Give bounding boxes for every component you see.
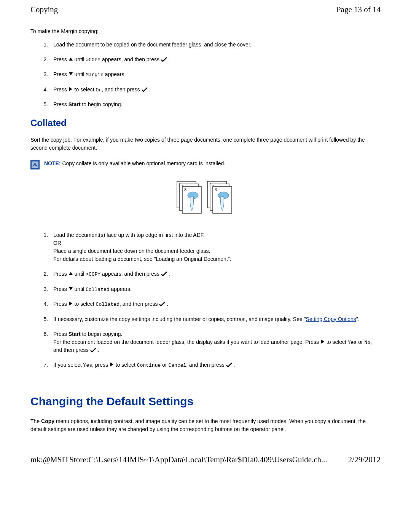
collated-step-5: If necessary, customize the copy setting… [49,315,381,323]
margin-intro: To make the Margin copying: [30,27,381,35]
checkmark-icon [226,362,232,368]
header-page-info: Page 13 of 14 [336,4,381,16]
triangle-down-icon [68,70,73,78]
margin-step-1: Load the document to be copied on the do… [49,41,381,49]
triangle-up-icon [68,269,73,277]
margin-step-5: Press Start to begin copying. [49,101,381,109]
triangle-down-icon [68,284,73,292]
triangle-right-icon [110,360,114,368]
note-icon [30,160,40,172]
changing-paragraph: The Copy menu options, including contras… [30,417,381,433]
page-footer: mk:@MSITStore:C:\Users\14JMIS~1\AppData\… [0,439,411,470]
note-row: NOTE: Copy collate is only available whe… [30,160,381,172]
footer-date: 2/29/2012 [348,454,381,466]
setting-copy-options-link[interactable]: Setting Copy Options [306,316,356,322]
collate-image: 1 2 3 1 2 3 [30,179,381,220]
checkmark-icon [161,271,167,277]
collated-step-2: Press until >COPY appears, and then pres… [49,270,381,278]
note-text: NOTE: Copy collate is only available whe… [44,160,225,168]
collated-description: Sort the copy job. For example, if you m… [30,136,381,152]
collated-steps-list: Load the document(s) face up with top ed… [49,231,381,369]
triangle-right-icon [68,299,73,307]
svg-text:3: 3 [215,187,217,192]
svg-text:3: 3 [184,187,186,192]
footer-path: mk:@MSITStore:C:\Users\14JMIS~1\AppData\… [30,454,327,466]
collated-step-1: Load the document(s) face up with top ed… [49,231,381,263]
collated-step-7: If you select Yes, press to select Conti… [49,361,381,369]
margin-step-3: Press until Margin appears. [49,70,381,79]
margin-steps-list: Load the document to be copied on the do… [49,41,381,109]
margin-step-4: Press to select On, and then press . [49,86,381,94]
content-area: To make the Margin copying: Load the doc… [0,27,411,433]
header-title: Copying [30,4,58,16]
changing-heading: Changing the Default Settings [30,393,381,410]
checkmark-icon [90,347,96,353]
collated-step-3: Press until Collated appears. [49,285,381,294]
collated-heading: Collated [30,116,381,130]
margin-step-2: Press until >COPY appears, and then pres… [49,56,381,64]
page-header: Copying Page 13 of 14 [0,0,411,27]
triangle-right-icon [68,85,73,93]
triangle-up-icon [68,55,73,63]
collated-step-4: Press to select Collated, and then press… [49,300,381,308]
checkmark-icon [142,86,148,93]
divider [30,381,381,381]
collated-step-6: Press Start to begin copying. For the do… [49,330,381,355]
checkmark-icon [159,301,165,307]
checkmark-icon [161,56,167,62]
triangle-right-icon [320,337,325,345]
